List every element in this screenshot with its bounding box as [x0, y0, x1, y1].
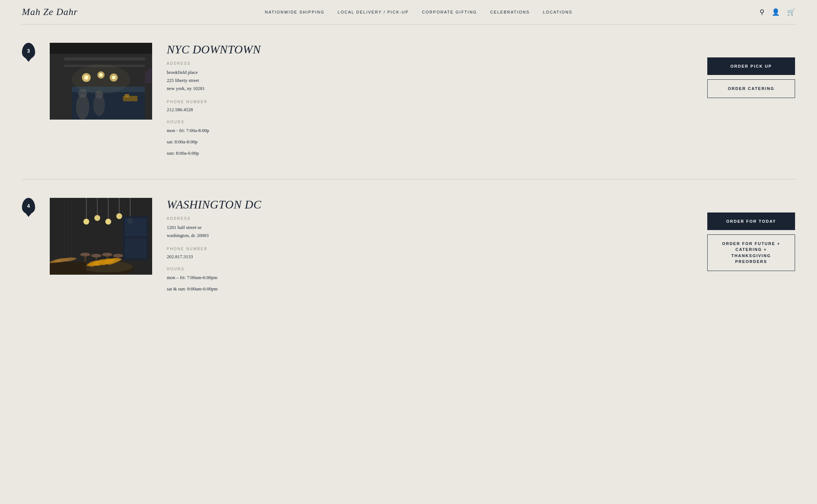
location-number-3: 3 [22, 43, 35, 59]
hours-label-nyc: HOURS [167, 120, 693, 124]
locations-container: 3 [0, 25, 817, 315]
location-number-4: 4 [22, 198, 35, 214]
location-info-nyc-downtown: NYC DOWNTOWN ADDRESS brookfield place 22… [167, 43, 693, 161]
phone-label-nyc: PHONE NUMBER [167, 100, 693, 104]
location-name-washington-dc: WASHINGTON DC [167, 198, 693, 211]
phone-nyc: 212.586.4528 [167, 107, 693, 113]
account-icon[interactable]: 👤 [772, 8, 780, 16]
svg-rect-52 [125, 238, 147, 258]
location-image-nyc-downtown [50, 43, 152, 120]
order-today-button-dc[interactable]: ORDER FOR TODAY [707, 212, 795, 230]
svg-rect-17 [125, 94, 129, 98]
nav-links: NATIONWIDE SHIPPING LOCAL DELIVERY / PIC… [265, 9, 572, 15]
logo[interactable]: Mah Ze Dahr [22, 7, 78, 18]
location-card-washington-dc: 4 [22, 180, 795, 315]
svg-point-47 [102, 253, 112, 256]
location-name-nyc-downtown: NYC DOWNTOWN [167, 43, 693, 56]
svg-point-33 [83, 219, 89, 225]
nav-item-local-delivery[interactable]: LOCAL DELIVERY / PICK-UP [338, 9, 409, 15]
address-label-nyc: ADDRESS [167, 61, 693, 65]
cart-icon[interactable]: 🛒 [787, 8, 795, 16]
location-card-nyc-downtown: 3 [22, 25, 795, 180]
order-future-button-dc[interactable]: ORDER FOR FUTURE + CATERING + THANKSGIVI… [707, 234, 795, 271]
location-actions-nyc: ORDER PICK UP ORDER CATERING [707, 43, 795, 98]
hours-nyc-sat: sat: 8:00a-8:00p [167, 138, 693, 146]
nav-item-celebrations[interactable]: CELEBRATIONS [490, 9, 530, 15]
hours-dc-weekend: sat & sun: 8:00am-6:00pm [167, 285, 693, 293]
search-icon[interactable]: ⚲ [760, 8, 764, 16]
svg-point-43 [80, 253, 90, 256]
phone-label-dc: PHONE NUMBER [167, 247, 693, 251]
location-image-washington-dc [50, 198, 152, 275]
order-catering-button-nyc[interactable]: ORDER CATERING [707, 79, 795, 98]
svg-rect-2 [64, 57, 145, 60]
svg-point-49 [113, 254, 123, 257]
order-pickup-button-nyc[interactable]: ORDER PICK UP [707, 57, 795, 75]
nav-item-corporate-gifting[interactable]: CORPORATE GIFTING [422, 9, 477, 15]
phone-dc: 202.817.3133 [167, 254, 693, 260]
navigation: Mah Ze Dahr NATIONWIDE SHIPPING LOCAL DE… [0, 0, 817, 24]
location-actions-dc: ORDER FOR TODAY ORDER FOR FUTURE + CATER… [707, 198, 795, 271]
pin-3: 3 [22, 43, 35, 59]
svg-point-45 [91, 254, 101, 257]
svg-point-37 [105, 219, 111, 225]
location-info-washington-dc: WASHINGTON DC ADDRESS 1201 half street s… [167, 198, 693, 297]
hours-nyc-sun: sun: 8:00a-6:00p [167, 150, 693, 157]
svg-point-12 [76, 94, 89, 120]
pin-4: 4 [22, 198, 35, 214]
address-dc: 1201 half street se washington, dc 20003 [167, 223, 693, 240]
hours-nyc-weekday: mon - fri: 7:00a-8:00p [167, 127, 693, 135]
nav-icons: ⚲ 👤 🛒 [760, 8, 795, 16]
svg-rect-20 [145, 72, 148, 83]
svg-point-39 [116, 213, 122, 219]
svg-rect-51 [125, 218, 147, 236]
nav-item-locations[interactable]: LOCATIONS [543, 9, 573, 15]
svg-rect-55 [50, 262, 86, 275]
nav-item-nationwide-shipping[interactable]: NATIONWIDE SHIPPING [265, 9, 324, 15]
svg-point-21 [72, 65, 130, 94]
svg-point-35 [94, 215, 100, 221]
hours-label-dc: HOURS [167, 267, 693, 271]
address-nyc: brookfield place 225 liberty street new … [167, 68, 693, 93]
hours-dc-weekday: mon – fri: 7:00am-6:00pm [167, 274, 693, 282]
svg-rect-1 [50, 43, 152, 54]
address-label-dc: ADDRESS [167, 217, 693, 221]
